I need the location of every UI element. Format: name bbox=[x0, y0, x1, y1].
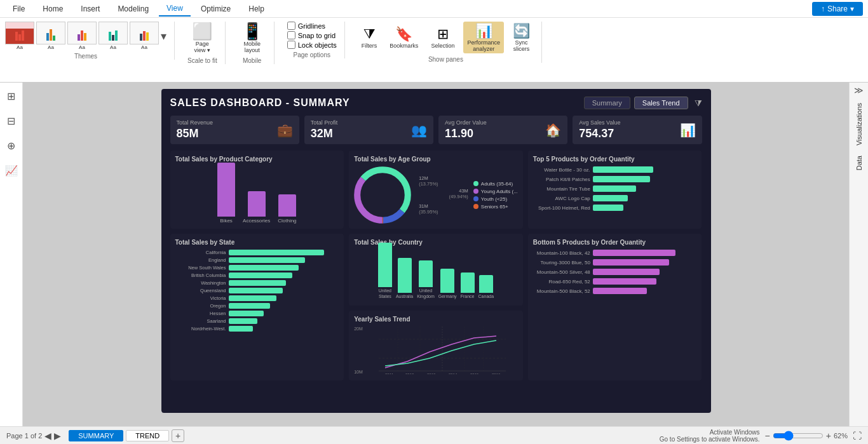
tab-optimize[interactable]: Optimize bbox=[193, 2, 238, 16]
bookmarks-button[interactable]: 🔖 Bookmarks bbox=[386, 25, 422, 50]
sync-label: Syncslicers bbox=[513, 39, 530, 52]
collapse-right-button[interactable]: ≫ bbox=[851, 83, 866, 98]
hbar-mountain100-bar bbox=[593, 250, 675, 256]
page-tab-summary[interactable]: SUMMARY bbox=[69, 430, 123, 441]
activate-windows-notice: Activate Windows Go to Settings to activ… bbox=[660, 429, 760, 443]
prev-page-button[interactable]: ◀ bbox=[44, 431, 51, 441]
page-tab-trend[interactable]: TREND bbox=[126, 430, 169, 441]
theme-item-4[interactable]: Aa bbox=[98, 22, 128, 50]
state-nsw-bar bbox=[229, 265, 299, 271]
country-chart: Total Sales by Country UnitedStates Aust… bbox=[349, 234, 523, 306]
filter-icon[interactable]: ⧩ bbox=[695, 98, 702, 109]
legend-young-adults-dot bbox=[473, 189, 478, 194]
state-england-bar bbox=[229, 257, 305, 263]
kpi-order-icon: 🏠 bbox=[545, 123, 561, 138]
next-page-button[interactable]: ▶ bbox=[54, 431, 61, 441]
performance-button[interactable]: 📊 Performanceanalyzer bbox=[463, 22, 504, 53]
hbar-awc-cap-label: AWC Logo Cap bbox=[533, 196, 590, 201]
theme-item-3[interactable]: Aa bbox=[67, 22, 97, 50]
snap-checkbox[interactable]: Snap to grid bbox=[287, 31, 337, 39]
top5-bars: Water Bottle - 30 oz. Patch Kit/8 Patche… bbox=[533, 166, 697, 211]
canvas-area: SALES DASHBOARD - SUMMARY Summary Sales … bbox=[23, 83, 849, 426]
product-category-chart: Total Sales by Product Category Bikes Ac… bbox=[170, 151, 344, 229]
sidebar-layers-icon[interactable]: ⊕ bbox=[4, 137, 18, 154]
product-category-bars: Bikes Accessories Clothing bbox=[175, 166, 339, 224]
page-view-label: Pageview ▾ bbox=[194, 41, 211, 53]
data-label[interactable]: Data bbox=[853, 151, 865, 175]
page-options-checkboxes: Gridlines Snap to grid Lock objects bbox=[287, 22, 337, 49]
fit-page-icon[interactable]: ⛶ bbox=[853, 431, 862, 441]
dashboard: SALES DASHBOARD - SUMMARY Summary Sales … bbox=[161, 89, 711, 413]
selection-button[interactable]: ⊞ Selection bbox=[427, 25, 458, 50]
filters-button[interactable]: ⧩ Filters bbox=[358, 25, 381, 50]
hbar-mountain500b: Mountain-500 Black, 52 bbox=[533, 288, 697, 294]
legend-young-adults: Young Adults (... bbox=[473, 189, 518, 194]
state-bc-bar bbox=[229, 272, 292, 278]
tab-view[interactable]: View bbox=[159, 1, 191, 17]
kpi-sales-label: Avg Sales Value bbox=[579, 119, 620, 126]
zoom-out-button[interactable]: − bbox=[765, 431, 770, 441]
themes-more-icon[interactable]: ▾ bbox=[161, 29, 166, 43]
hbar-touring3000: Touring-3000 Blue, 50 bbox=[533, 259, 697, 266]
theme-item-2[interactable]: Aa bbox=[36, 22, 65, 50]
legend-seniors-dot bbox=[473, 204, 478, 209]
bar-bikes-label: Bikes bbox=[220, 218, 233, 224]
right-panel: ≫ Visualizations Data bbox=[849, 83, 868, 426]
country-uk-bar bbox=[419, 260, 433, 287]
lock-checkbox[interactable]: Lock objects bbox=[287, 41, 337, 49]
sidebar-table-icon[interactable]: ⊟ bbox=[4, 112, 18, 130]
svg-text:2015: 2015 bbox=[470, 373, 479, 374]
country-us-label: UnitedStates bbox=[379, 288, 391, 299]
theme-item-5[interactable]: Aa bbox=[130, 22, 159, 50]
tab-modeling[interactable]: Modeling bbox=[110, 2, 156, 16]
gridlines-checkbox[interactable]: Gridlines bbox=[287, 22, 337, 30]
hbar-mountain500s: Mountain-500 Silver, 48 bbox=[533, 269, 697, 275]
top5-title: Top 5 Products by Order Quantity bbox=[533, 156, 697, 163]
hbar-awc-cap: AWC Logo Cap bbox=[533, 195, 697, 201]
bar-clothing-bar bbox=[278, 194, 296, 217]
donut-svg bbox=[354, 166, 411, 224]
country-aus-label: Australia bbox=[396, 294, 413, 299]
performance-label: Performanceanalyzer bbox=[467, 39, 500, 52]
bar-clothing-label: Clothing bbox=[278, 218, 296, 224]
ribbon: File Home Insert Modeling View Optimize … bbox=[0, 0, 868, 83]
zoom-control: − + 62% bbox=[765, 431, 848, 441]
page-view-button[interactable]: ⬜ Pageview ▾ bbox=[188, 22, 216, 55]
hbar-mountain500b-bar bbox=[593, 288, 647, 294]
hbar-touring3000-bar bbox=[593, 259, 669, 266]
donut-legend: Adults (35-64) Young Adults (... Youth (… bbox=[473, 181, 518, 210]
donut-annotation-bottom-left: 31M(35.95%) bbox=[419, 203, 468, 215]
state-england: England bbox=[175, 257, 339, 263]
theme-item-1[interactable]: Aa bbox=[5, 22, 34, 50]
mobile-icon: 📱 bbox=[242, 23, 262, 39]
tab-insert[interactable]: Insert bbox=[73, 2, 107, 16]
sidebar-chart-icon[interactable]: 📈 bbox=[3, 162, 20, 179]
kpi-profit-value: 32M bbox=[311, 127, 338, 140]
zoom-in-button[interactable]: + bbox=[826, 431, 831, 441]
share-button[interactable]: ↑ Share ▾ bbox=[812, 2, 863, 16]
state-victoria-label: Victoria bbox=[175, 295, 226, 301]
tab-home[interactable]: Home bbox=[35, 2, 71, 16]
zoom-slider[interactable] bbox=[773, 431, 824, 441]
sync-icon: 🔄 bbox=[513, 23, 530, 39]
country-us: UnitedStates bbox=[378, 243, 392, 299]
add-page-button[interactable]: + bbox=[172, 429, 184, 442]
hbar-water-bottle: Water Bottle - 30 oz. bbox=[533, 166, 697, 173]
mobile-layout-label: Mobilelayout bbox=[243, 41, 261, 53]
hbar-mountain-tire-label: Mountain Tire Tube bbox=[533, 186, 590, 192]
sales-trend-button[interactable]: Sales Trend bbox=[634, 97, 688, 109]
sync-slicers-button[interactable]: 🔄 Syncslicers bbox=[509, 22, 534, 53]
mobile-layout-button[interactable]: 📱 Mobilelayout bbox=[238, 22, 266, 55]
summary-button[interactable]: Summary bbox=[584, 97, 630, 109]
main-area: ⊞ ⊟ ⊕ 📈 SALES DASHBOARD - SUMMARY Summar… bbox=[0, 83, 868, 426]
hbar-mountain100-label: Mountain-100 Black, 42 bbox=[533, 250, 590, 256]
page-info: Page 1 of 2 bbox=[6, 432, 42, 440]
sidebar-grid-icon[interactable]: ⊞ bbox=[4, 88, 18, 105]
visualizations-label[interactable]: Visualizations bbox=[853, 98, 865, 151]
hbar-road650: Road-650 Red, 52 bbox=[533, 278, 697, 285]
hbar-sport-helmet-label: Sport-100 Helmet, Red bbox=[533, 205, 590, 211]
tab-help[interactable]: Help bbox=[241, 2, 272, 16]
state-california-label: California bbox=[175, 250, 226, 255]
left-sidebar: ⊞ ⊟ ⊕ 📈 bbox=[0, 83, 23, 426]
tab-file[interactable]: File bbox=[5, 2, 32, 16]
